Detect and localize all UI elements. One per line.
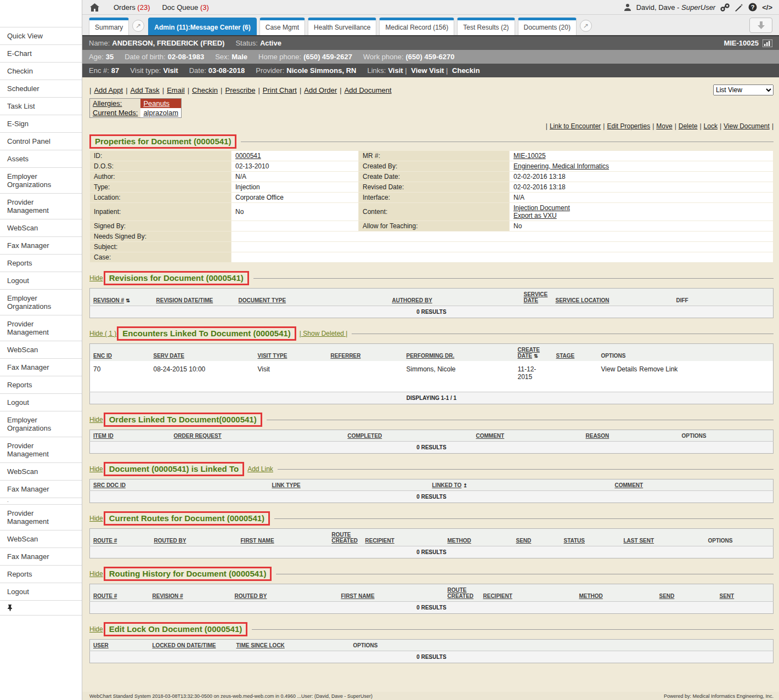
action-prescribe[interactable]: Prescribe [225,86,255,94]
col-service-location[interactable]: SERVICE LOCATION [552,289,673,306]
col-authored-by[interactable]: AUTHORED BY [389,289,521,306]
link-icon[interactable] [720,3,730,12]
injection-document-link[interactable]: Injection Document [513,204,769,212]
col-service-date[interactable]: SERVICE DATE [521,289,552,306]
doc-queue-link[interactable]: Doc Queue (3) [162,3,208,12]
hide-link-editlock[interactable]: Hide [89,625,103,633]
tab-test-results-2[interactable]: Test Results (2) [457,18,515,35]
tab-summary[interactable]: Summary [89,18,129,35]
allergy-peanuts-link[interactable]: Peanuts [143,99,170,108]
sidebar-item-reports[interactable]: Reports [0,566,82,583]
sidebar-item-employer-organizations[interactable]: Employer Organizations [0,168,82,194]
col-first-name[interactable]: FIRST NAME [238,529,329,546]
row-action-remove-link[interactable]: Remove Link [639,365,678,373]
row-action-view-details[interactable]: View Details [601,365,637,373]
action-email[interactable]: Email [167,86,185,94]
doc-action-move[interactable]: Move [656,122,672,130]
sidebar-item-logout[interactable]: Logout [0,394,82,411]
sidebar-item-provider-management[interactable]: Provider Management [0,315,82,341]
sidebar-item-e-chart[interactable]: E-Chart [0,45,82,63]
doc-action-link-to-encounter[interactable]: Link to Encounter [550,122,601,130]
col-revision-date-time[interactable]: REVISION DATE/TIME [153,289,235,306]
sidebar-item-reports[interactable]: Reports [0,255,82,272]
tab-case-mgmt[interactable]: Case Mgmt [259,18,305,35]
col-comment[interactable]: COMMENT [612,479,774,491]
chart-icon[interactable] [763,39,772,47]
col-first-name[interactable]: FIRST NAME [338,584,444,602]
col-order-request[interactable]: ORDER REQUEST [171,430,345,442]
col-document-type[interactable]: DOCUMENT TYPE [235,289,389,306]
col-route[interactable]: ROUTE # [90,584,149,602]
col-recipient[interactable]: RECIPIENT [362,529,444,546]
col-create-date[interactable]: CREATE DATE⇅ [515,344,553,362]
sidebar-item-assets[interactable]: Assets [0,150,82,168]
hide-link-routes[interactable]: Hide [89,515,103,522]
tab-admin-11-message-center-6[interactable]: Admin (11):Message Center (6) [148,18,256,35]
doc-id-link[interactable]: 0000541 [235,152,261,160]
orders-link[interactable]: Orders (23) [114,3,150,12]
checkin-link[interactable]: Checkin [452,66,480,75]
sidebar-item-control-panel[interactable]: Control Panel [0,133,82,150]
action-add-order[interactable]: Add Order [304,86,337,94]
col-completed[interactable]: COMPLETED [345,430,473,442]
sidebar-item-fax-manager[interactable]: Fax Manager [0,237,82,255]
col-route-created[interactable]: ROUTE CREATED [444,584,480,602]
view-visit-link[interactable]: View Visit [411,66,444,75]
doc-action-edit-properties[interactable]: Edit Properties [607,122,650,130]
col-method[interactable]: METHOD [444,529,513,546]
sidebar-item-fax-manager[interactable]: Fax Manager [0,359,82,376]
hide-link-history[interactable]: Hide [89,570,103,578]
col-method[interactable]: METHOD [576,584,656,602]
sidebar-item-webscan[interactable]: WebScan [0,219,82,237]
doc-action-view-document[interactable]: View Document [724,122,770,130]
col-status[interactable]: STATUS [561,529,620,546]
med-alprazolam-link[interactable]: alprazolam [143,109,178,117]
col-stage[interactable]: STAGE [553,344,598,362]
home-icon[interactable] [90,3,99,12]
hide-link-orders[interactable]: Hide [89,416,103,424]
sidebar-item-employer-organizations[interactable]: Employer Organizations [0,411,82,437]
col-visit-type[interactable]: VISIT TYPE [255,344,328,362]
hide-link-linked[interactable]: Hide [89,465,103,473]
col-route[interactable]: ROUTE # [90,529,151,546]
col-sent[interactable]: SENT [716,584,774,602]
code-icon[interactable]: </> [762,3,772,12]
col-link-type[interactable]: LINK TYPE [269,479,429,491]
created-by-link[interactable]: Engineering, Medical Informatics [513,162,609,170]
tab-health-surveillance[interactable]: Health Surveillance [308,18,376,35]
export-vxu-link[interactable]: Export as VXU [513,212,769,219]
col-send[interactable]: SEND [513,529,561,546]
col-user[interactable]: USER [90,640,149,651]
col-src-doc-id[interactable]: SRC DOC ID [90,479,269,491]
col-locked-on-date-time[interactable]: LOCKED ON DATE/TIME [149,640,233,651]
current-user[interactable]: David, Dave - SuperUser [636,3,716,12]
col-comment[interactable]: COMMENT [473,430,583,442]
visit-link[interactable]: Visit [388,66,403,75]
col-linked-to[interactable]: LINKED TO↥ [429,479,612,491]
mr-number-link[interactable]: MIE-10025 [513,152,546,160]
tab-documents-20[interactable]: Documents (20) [518,18,577,35]
sidebar-item-logout[interactable]: Logout [0,272,82,290]
section-extra-link-linked[interactable]: Add Link [247,465,273,473]
download-button[interactable] [749,18,772,33]
sidebar-item-logout[interactable]: Logout [0,583,82,601]
allergies-label-link[interactable]: Allergies: [93,99,122,108]
action-add-document[interactable]: Add Document [345,86,392,94]
col-routed-by[interactable]: ROUTED BY [232,584,338,602]
sort-icon[interactable]: ⇅ [126,298,130,303]
action-add-task[interactable]: Add Task [131,86,160,94]
sidebar-item-checkin[interactable]: Checkin [0,63,82,80]
sidebar-item-scheduler[interactable]: Scheduler [0,80,82,98]
doc-action-lock[interactable]: Lock [704,122,718,130]
col-send[interactable]: SEND [656,584,716,602]
sidebar-item-provider-management[interactable]: Provider Management [0,194,82,219]
sidebar-item-provider-management[interactable]: Provider Management [0,437,82,463]
col-time-since-lock[interactable]: TIME SINCE LOCK [233,640,350,651]
current-meds-label-link[interactable]: Current Meds: [93,109,138,117]
col-item-id[interactable]: ITEM ID [90,430,171,442]
sidebar-item-fax-manager[interactable]: Fax Manager [0,548,82,566]
action-checkin[interactable]: Checkin [192,86,218,94]
sidebar-item-webscan[interactable]: WebScan [0,463,82,481]
sidebar-item-employer-organizations[interactable]: Employer Organizations [0,290,82,315]
section-extra-link-encounters[interactable]: | Show Deleted | [300,330,348,337]
